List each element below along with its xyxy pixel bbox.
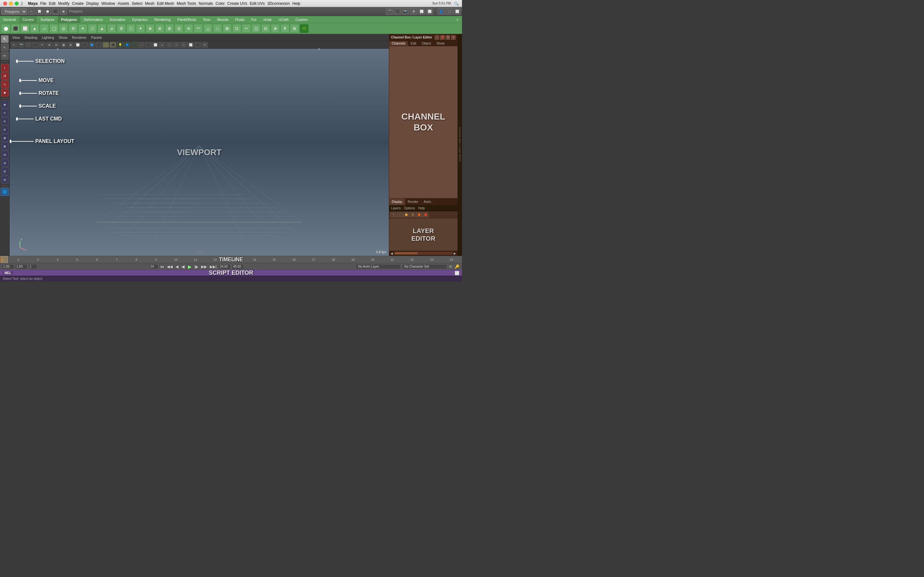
layer-menu-layers[interactable]: Layers xyxy=(391,206,401,210)
file-menu[interactable]: File xyxy=(39,1,47,6)
tool-avg[interactable]: 〜 xyxy=(194,24,203,33)
tool-prism[interactable]: ⬡ xyxy=(88,24,97,33)
vp-icon-light1[interactable]: 💡 xyxy=(117,42,123,48)
vp-icon-shading2[interactable]: ⬛ xyxy=(110,42,116,48)
tool-separate[interactable]: ⊗ xyxy=(155,24,164,33)
panel-layout-8[interactable]: ▥ xyxy=(1,159,9,167)
tab-toon[interactable]: Toon xyxy=(200,16,214,23)
vp-icon-8[interactable]: ▦ xyxy=(60,42,67,48)
vp-icon-4[interactable]: ⬛ xyxy=(32,42,39,48)
edit-menu[interactable]: Edit xyxy=(48,1,57,6)
next-frame-btn[interactable]: ▶▶ xyxy=(200,264,208,269)
panel-layout-single[interactable]: ▣ xyxy=(1,101,9,108)
vp-icon-7[interactable]: ⊟ xyxy=(53,42,60,48)
maximize-button[interactable] xyxy=(15,2,19,5)
tool-cylinder[interactable]: ⬜ xyxy=(21,24,29,33)
vp-icon-nav1[interactable]: ⊹ xyxy=(173,42,180,48)
layer-scroll-left[interactable]: ◀ xyxy=(391,251,393,255)
scale-tool[interactable]: ⤡ xyxy=(1,81,9,88)
tool-cone[interactable]: ▲ xyxy=(30,24,39,33)
layer-editor-tab-anim[interactable]: Anim xyxy=(421,198,434,205)
tab-curves[interactable]: Curves xyxy=(19,16,37,23)
script-editor-type-label[interactable]: MEL xyxy=(3,271,13,275)
tab-deformation[interactable]: Deformation xyxy=(81,16,107,23)
panel-layout-6[interactable]: ▩ xyxy=(1,142,9,150)
prev-step-btn[interactable]: ◀| xyxy=(180,264,186,269)
layer-editor-tab-display[interactable]: Display xyxy=(389,198,405,205)
tool-extract[interactable]: ⊞ xyxy=(165,24,174,33)
move-tool[interactable]: ↕ xyxy=(1,64,9,71)
render-icon-2[interactable]: 🎥 xyxy=(394,8,401,15)
close-button[interactable] xyxy=(3,2,7,5)
layer-editor-tab-render[interactable]: Render xyxy=(405,198,421,205)
vp-menu-panels[interactable]: Panels xyxy=(91,35,102,39)
vp-icon-3[interactable]: ⬚ xyxy=(25,42,31,48)
tool-sphere[interactable]: ⬤ xyxy=(1,24,10,33)
tool-cube[interactable]: ⬛ xyxy=(11,24,20,33)
window-menu[interactable]: Window xyxy=(100,1,116,6)
tool-tri[interactable]: △ xyxy=(204,24,212,33)
vp-camera-icon[interactable]: 📷 xyxy=(18,42,24,48)
tool-merge[interactable]: ⊞ xyxy=(290,24,299,33)
modify-menu[interactable]: Modify xyxy=(57,1,71,6)
tool-bevel[interactable]: ◫ xyxy=(252,24,260,33)
char-set-icon[interactable]: ⚙ xyxy=(448,264,453,269)
search-icon[interactable]: 🔍 xyxy=(454,1,459,6)
mode-selector[interactable]: Polygons xyxy=(1,8,27,15)
mode-icon-3[interactable]: ⬤ xyxy=(44,8,51,15)
vp-icon-nav2[interactable]: ⬡ xyxy=(180,42,187,48)
vp-icon-light4[interactable]: → xyxy=(138,42,144,48)
channel-box-tab-channels[interactable]: Channels xyxy=(389,41,408,46)
panel-layout-horiz[interactable]: ⊟ xyxy=(1,109,9,117)
minimize-button[interactable] xyxy=(9,2,13,5)
mode-bar-right-3[interactable]: ⬜ xyxy=(454,8,461,15)
tool-pyramid[interactable]: ▲ xyxy=(97,24,107,33)
play-start-btn[interactable]: ⏮ xyxy=(159,264,165,269)
vp-icon-12[interactable]: 🔷 xyxy=(89,42,95,48)
color-menu[interactable]: Color xyxy=(214,1,226,6)
tool-cleanup[interactable]: ✂ xyxy=(242,24,251,33)
layer-scroll-right[interactable]: ▶ xyxy=(454,251,456,255)
panel-layout-5[interactable]: ▦ xyxy=(1,134,9,142)
vp-icon-nav4[interactable]: ⬛ xyxy=(194,42,201,48)
lasso-select-tool[interactable]: ↖ xyxy=(1,44,9,51)
tool-pipe[interactable]: ⌀ xyxy=(107,24,116,33)
display-menu[interactable]: Display xyxy=(85,1,100,6)
layer-menu-options[interactable]: Options xyxy=(404,206,415,210)
tab-custom[interactable]: Custom xyxy=(292,16,311,23)
maya-menu[interactable]: Maya xyxy=(27,1,39,6)
vp-icon-render2[interactable]: ▷ xyxy=(159,42,166,48)
layer-icon-2[interactable]: ⬤ xyxy=(410,212,415,218)
channel-box-tab-show[interactable]: Show xyxy=(434,41,447,46)
tool-soccer[interactable]: ⬡ xyxy=(126,24,136,33)
total-frames-field[interactable]: 48.00 xyxy=(232,264,244,269)
tool-smooth[interactable]: ≋ xyxy=(184,24,193,33)
prev-key-btn[interactable]: ◀◀ xyxy=(166,264,174,269)
tool-combine[interactable]: ⊕ xyxy=(145,24,155,33)
layer-icon-1[interactable]: ⬤ xyxy=(403,212,409,218)
tab-muscle[interactable]: Muscle xyxy=(214,16,232,23)
tool-super[interactable]: ✦ xyxy=(136,24,145,33)
next-step-btn[interactable]: |▶ xyxy=(194,264,199,269)
vp-icon-5[interactable]: ✏ xyxy=(39,42,45,48)
tab-rendering[interactable]: Rendering xyxy=(151,16,174,23)
vp-icon-shadow[interactable]: ⬛ xyxy=(145,42,152,48)
tab-animation[interactable]: Animation xyxy=(107,16,129,23)
channel-box-close[interactable]: ✕ xyxy=(451,35,456,40)
tool-plane[interactable]: ▱ xyxy=(40,24,49,33)
view-cube[interactable]: 🌐 xyxy=(1,187,9,196)
tool-quad[interactable]: □ xyxy=(213,24,222,33)
vp-menu-show[interactable]: Show xyxy=(59,35,68,39)
panel-layout-vert[interactable]: ⊞ xyxy=(1,117,9,125)
tab-ncloth[interactable]: nCloth xyxy=(275,16,292,23)
current-frame-marker[interactable] xyxy=(1,256,8,263)
layer-icon-4[interactable]: ⬤ xyxy=(423,212,428,218)
3dconnexion-menu[interactable]: 3Dconnexion xyxy=(266,1,291,6)
tab-painteffects[interactable]: PaintEffects xyxy=(174,16,200,23)
frame-field[interactable]: 1 xyxy=(28,264,37,269)
vp-icon-13[interactable]: ⬛ xyxy=(95,42,102,48)
channel-box-tab-object[interactable]: Object xyxy=(419,41,434,46)
channel-box-minimize[interactable]: − xyxy=(435,35,439,40)
render-icon-5[interactable]: ⬜ xyxy=(418,8,425,15)
layer-menu-help[interactable]: Help xyxy=(418,206,425,210)
